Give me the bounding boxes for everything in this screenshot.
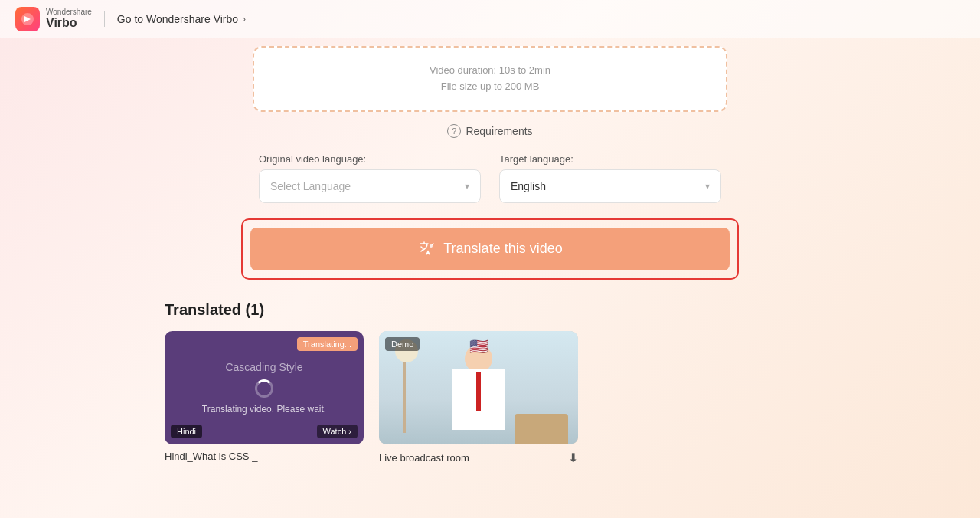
brand-label: Wondershare [46, 8, 92, 16]
download-icon[interactable]: ⬇ [568, 451, 578, 465]
video-cards: Cascading Style Translating video. Pleas… [165, 331, 854, 465]
info-icon: ? [447, 124, 461, 138]
next-button[interactable]: Watch › [317, 425, 358, 438]
chevron-down-icon: ▾ [465, 181, 469, 192]
requirements-label: Requirements [466, 125, 532, 137]
product-label: Virbo [46, 16, 92, 30]
translate-button-label: Translate this video [443, 241, 562, 257]
flag-icon: 🇺🇸 [469, 337, 488, 356]
language-row: Original video language: Select Language… [259, 153, 721, 203]
target-language-label: Target language: [499, 153, 721, 165]
upload-info: Video duration: 10s to 2min File size up… [270, 63, 710, 95]
language-badge-hindi: Hindi [171, 425, 202, 438]
virbo-nav-link[interactable]: Go to Wondershare Virbo › [117, 13, 246, 25]
chevron-down-icon: ▾ [705, 181, 710, 192]
demo-badge: Demo [385, 337, 420, 351]
nav-divider [104, 11, 105, 27]
video-card-2[interactable]: 🇺🇸 Demo Live broadcast room ⬇ [379, 331, 578, 465]
video-thumbnail-1: Cascading Style Translating video. Pleas… [165, 331, 364, 444]
translate-button-wrapper: Translate this video [241, 218, 739, 280]
logo-area: Wondershare Virbo [15, 7, 92, 31]
target-language-group: Target language: English ▾ [499, 153, 721, 203]
translate-icon [417, 239, 436, 258]
cascading-style-text: Cascading Style [225, 361, 302, 373]
video-thumbnail-2: 🇺🇸 Demo [379, 331, 578, 444]
target-language-value: English [511, 180, 546, 192]
video-card-1[interactable]: Cascading Style Translating video. Pleas… [165, 331, 364, 465]
main-content: Video duration: 10s to 2min File size up… [0, 38, 980, 480]
translated-title: Translated (1) [165, 301, 854, 319]
original-language-placeholder: Select Language [270, 180, 351, 192]
logo-text: Wondershare Virbo [46, 8, 92, 30]
translating-badge: Translating... [297, 337, 358, 351]
topbar: Wondershare Virbo Go to Wondershare Virb… [0, 0, 980, 38]
original-language-select[interactable]: Select Language ▾ [259, 169, 481, 203]
logo-icon [15, 7, 40, 31]
video-title-1: Hindi_What is CSS _ [165, 451, 364, 462]
translating-message: Translating video. Please wait. [187, 404, 341, 415]
original-language-label: Original video language: [259, 153, 481, 165]
video-title-2: Live broadcast room ⬇ [379, 451, 578, 465]
translated-section: Translated (1) Cascading Style Translati… [165, 301, 854, 465]
target-language-select[interactable]: English ▾ [499, 169, 721, 203]
translate-button[interactable]: Translate this video [250, 228, 730, 270]
loading-spinner [255, 379, 273, 398]
chevron-right-icon: › [243, 14, 246, 25]
upload-area: Video duration: 10s to 2min File size up… [253, 46, 727, 112]
original-language-group: Original video language: Select Language… [259, 153, 481, 203]
requirements-row: ? Requirements [447, 124, 532, 138]
